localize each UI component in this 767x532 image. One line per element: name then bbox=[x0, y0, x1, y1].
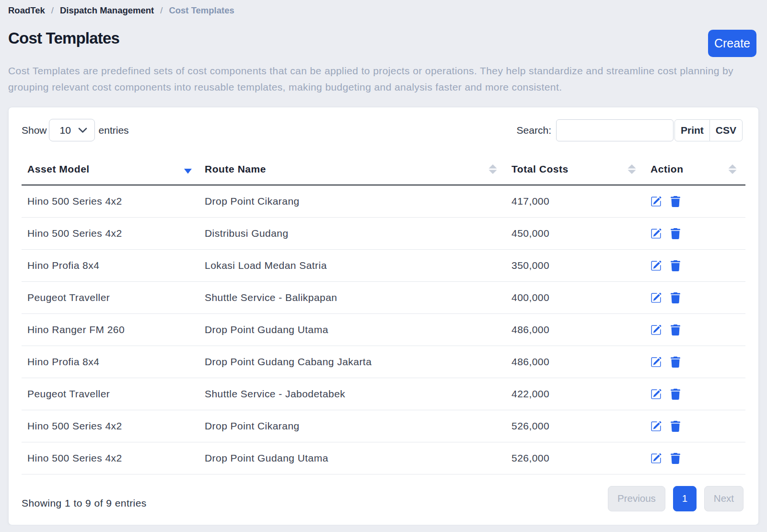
edit-button[interactable] bbox=[651, 292, 662, 303]
asset-model-cell: Hino 500 Series 4x2 bbox=[22, 410, 199, 442]
breadcrumb-item-roadtek[interactable]: RoadTek bbox=[8, 4, 45, 17]
edit-icon bbox=[651, 260, 662, 271]
previous-page-button[interactable]: Previous bbox=[608, 486, 665, 511]
action-cell bbox=[645, 185, 745, 218]
asset-model-cell: Peugeot Traveller bbox=[22, 378, 199, 410]
route-name-cell: Lokasi Load Medan Satria bbox=[199, 250, 506, 282]
table-controls: Show 10 entries Search: Print CSV bbox=[22, 119, 745, 141]
csv-button[interactable]: CSV bbox=[709, 119, 743, 141]
delete-button[interactable] bbox=[671, 389, 680, 400]
route-name-cell: Shuttle Service - Jabodetabek bbox=[199, 378, 506, 410]
total-costs-cell: 350,000 bbox=[506, 250, 645, 282]
delete-button[interactable] bbox=[671, 453, 680, 464]
page: RoadTek / Dispatch Management / Cost Tem… bbox=[0, 0, 767, 525]
page-size-select[interactable]: 10 bbox=[49, 119, 95, 141]
action-cell bbox=[645, 410, 745, 442]
total-costs-cell: 400,000 bbox=[506, 282, 645, 314]
edit-button[interactable] bbox=[651, 228, 662, 239]
trash-icon bbox=[671, 357, 680, 368]
search-input[interactable] bbox=[556, 119, 674, 141]
asset-model-cell: Hino 500 Series 4x2 bbox=[22, 218, 199, 250]
column-header-label: Total Costs bbox=[511, 163, 569, 175]
delete-button[interactable] bbox=[671, 196, 680, 207]
table-row: Hino Ranger FM 260 Drop Point Gudang Uta… bbox=[22, 314, 745, 346]
asset-model-cell: Hino 500 Series 4x2 bbox=[22, 442, 199, 474]
trash-icon bbox=[671, 389, 680, 400]
column-header-route-name[interactable]: Route Name bbox=[199, 153, 506, 185]
asset-model-cell: Peugeot Traveller bbox=[22, 282, 199, 314]
pagination: Previous 1 Next bbox=[608, 486, 744, 511]
edit-button[interactable] bbox=[651, 421, 662, 432]
column-header-total-costs[interactable]: Total Costs bbox=[506, 153, 645, 185]
edit-icon bbox=[651, 324, 662, 335]
edit-button[interactable] bbox=[651, 357, 662, 368]
table-row: Hino Profia 8x4 Drop Point Gudang Cabang… bbox=[22, 346, 745, 378]
search-label: Search: bbox=[517, 125, 551, 136]
trash-icon bbox=[671, 292, 680, 303]
page-description-line: grouping relevant cost components into r… bbox=[8, 79, 759, 95]
sort-both-icon bbox=[728, 164, 737, 174]
table-header-row: Asset Model Route Name bbox=[22, 153, 745, 185]
action-cell bbox=[645, 218, 745, 250]
show-entries-group: Show 10 entries bbox=[22, 119, 129, 141]
route-name-cell: Shuttle Service - Balikpapan bbox=[199, 282, 506, 314]
edit-button[interactable] bbox=[651, 196, 662, 207]
trash-icon bbox=[671, 228, 680, 239]
table-row: Hino 500 Series 4x2 Drop Point Cikarang … bbox=[22, 410, 745, 442]
edit-icon bbox=[651, 292, 662, 303]
next-page-button[interactable]: Next bbox=[704, 486, 744, 511]
route-name-cell: Drop Point Gudang Cabang Jakarta bbox=[199, 346, 506, 378]
breadcrumb-separator: / bbox=[160, 4, 163, 17]
export-button-group: Print CSV bbox=[674, 119, 743, 141]
breadcrumb-item-dispatch-management[interactable]: Dispatch Management bbox=[60, 4, 154, 17]
delete-button[interactable] bbox=[671, 260, 680, 271]
delete-button[interactable] bbox=[671, 421, 680, 432]
cost-templates-card: Show 10 entries Search: Print CSV bbox=[8, 107, 759, 525]
total-costs-cell: 422,000 bbox=[506, 378, 645, 410]
action-cell bbox=[645, 282, 745, 314]
breadcrumb-separator: / bbox=[51, 4, 54, 17]
route-name-cell: Drop Point Cikarang bbox=[199, 410, 506, 442]
delete-button[interactable] bbox=[671, 228, 680, 239]
breadcrumb: RoadTek / Dispatch Management / Cost Tem… bbox=[8, 4, 759, 17]
edit-icon bbox=[651, 196, 662, 207]
total-costs-cell: 486,000 bbox=[506, 314, 645, 346]
action-cell bbox=[645, 346, 745, 378]
table-row: Hino 500 Series 4x2 Distribusi Gudang 45… bbox=[22, 218, 745, 250]
delete-button[interactable] bbox=[671, 292, 680, 303]
breadcrumb-item-cost-templates: Cost Templates bbox=[169, 4, 234, 17]
sort-desc-icon bbox=[184, 168, 192, 174]
trash-icon bbox=[671, 453, 680, 464]
delete-button[interactable] bbox=[671, 357, 680, 368]
asset-model-cell: Hino Profia 8x4 bbox=[22, 250, 199, 282]
asset-model-cell: Hino Profia 8x4 bbox=[22, 346, 199, 378]
edit-button[interactable] bbox=[651, 324, 662, 335]
column-header-label: Asset Model bbox=[27, 163, 90, 175]
print-button[interactable]: Print bbox=[674, 119, 710, 141]
edit-button[interactable] bbox=[651, 260, 662, 271]
trash-icon bbox=[671, 324, 680, 335]
column-header-asset-model[interactable]: Asset Model bbox=[22, 153, 199, 185]
edit-icon bbox=[651, 357, 662, 368]
table-row: Peugeot Traveller Shuttle Service - Jabo… bbox=[22, 378, 745, 410]
sort-both-icon bbox=[628, 164, 636, 174]
route-name-cell: Drop Point Gudang Utama bbox=[199, 442, 506, 474]
edit-icon bbox=[651, 453, 662, 464]
edit-button[interactable] bbox=[651, 389, 662, 400]
show-label: Show bbox=[22, 125, 47, 136]
action-cell bbox=[645, 442, 745, 474]
edit-button[interactable] bbox=[651, 453, 662, 464]
edit-icon bbox=[651, 389, 662, 400]
page-size-select-wrap: 10 bbox=[49, 119, 95, 141]
table-row: Peugeot Traveller Shuttle Service - Bali… bbox=[22, 282, 745, 314]
column-header-action[interactable]: Action bbox=[645, 153, 745, 185]
page-1-button[interactable]: 1 bbox=[673, 486, 697, 511]
action-cell bbox=[645, 314, 745, 346]
search-group: Search: Print CSV bbox=[517, 119, 745, 141]
total-costs-cell: 526,000 bbox=[506, 442, 645, 474]
total-costs-cell: 450,000 bbox=[506, 218, 645, 250]
delete-button[interactable] bbox=[671, 324, 680, 335]
entries-label: entries bbox=[99, 125, 129, 136]
table-row: Hino Profia 8x4 Lokasi Load Medan Satria… bbox=[22, 250, 745, 282]
create-button[interactable]: Create bbox=[708, 30, 756, 57]
